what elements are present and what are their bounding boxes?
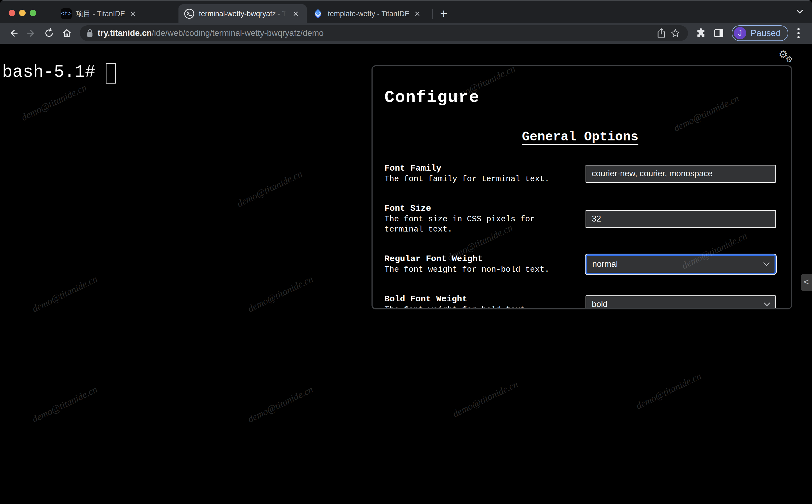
watermark-text: demo@titanide.cn: [235, 168, 304, 209]
tab-title-fade: [270, 7, 289, 20]
profile-status-label: Paused: [751, 28, 781, 38]
side-panel-icon[interactable]: [711, 26, 726, 41]
new-tab-button[interactable]: +: [436, 6, 451, 21]
regular-font-weight-select[interactable]: normal: [586, 254, 776, 274]
url-path: /ide/web/coding/terminal-wetty-bwqryafz/…: [152, 28, 324, 38]
avatar: J: [734, 27, 746, 39]
watermark-text: demo@titanide.cn: [246, 273, 315, 315]
profile-button[interactable]: J Paused: [732, 25, 788, 41]
font-family-input[interactable]: [586, 165, 776, 183]
settings-gears-icon[interactable]: ⚙ ⚙: [779, 49, 795, 65]
share-icon[interactable]: [655, 26, 668, 41]
field-label: Bold Font Weight: [384, 294, 560, 305]
close-tab-icon[interactable]: [129, 10, 136, 17]
forward-button[interactable]: [24, 26, 39, 41]
watermark-text: demo@titanide.cn: [634, 370, 703, 412]
chevron-down-icon: [763, 262, 770, 267]
form-row-font-family: Font Family The font family for terminal…: [384, 163, 776, 184]
tab-strip: <t> 项目 - TitanIDE terminal-wetty-bwqryaf…: [0, 0, 812, 23]
bookmark-star-icon[interactable]: [668, 26, 683, 41]
url-text: try.titanide.cn/ide/web/coding/terminal-…: [98, 28, 655, 38]
field-description: The font weight for non-bold text.: [384, 264, 560, 275]
select-value: normal: [592, 259, 618, 269]
terminal-prompt-line[interactable]: bash-5.1#: [2, 61, 116, 84]
tab-title: template-wetty - TitanIDE: [328, 10, 410, 18]
address-bar[interactable]: try.titanide.cn/ide/web/coding/terminal-…: [80, 25, 688, 41]
field-description: The font size in CSS pixels for terminal…: [384, 214, 560, 234]
lock-icon[interactable]: [86, 29, 93, 37]
form-row-font-size: Font Size The font size in CSS pixels fo…: [384, 203, 776, 234]
watermark-text: demo@titanide.cn: [246, 384, 315, 425]
form-row-regular-font-weight: Regular Font Weight The font weight for …: [384, 254, 776, 275]
svg-text:</>: </>: [316, 12, 320, 14]
close-tab-icon[interactable]: [292, 10, 299, 17]
url-domain: try.titanide.cn: [98, 28, 152, 38]
close-window-button[interactable]: [9, 10, 15, 16]
terminal-cursor: [106, 63, 116, 84]
tab-template-wetty[interactable]: </> template-wetty - TitanIDE: [307, 4, 430, 23]
watermark-text: demo@titanide.cn: [30, 384, 99, 425]
bold-font-weight-select[interactable]: bold: [586, 295, 776, 310]
field-description: The font family for terminal text.: [384, 174, 560, 184]
configure-panel: Configure General Options Font Family Th…: [371, 65, 792, 309]
layers-favicon-icon: </>: [312, 8, 324, 19]
chevron-down-icon: [763, 302, 771, 307]
field-label: Font Family: [384, 163, 560, 174]
options-form: Font Family The font family for terminal…: [384, 163, 776, 309]
browser-window: <t> 项目 - TitanIDE terminal-wetty-bwqryaf…: [0, 0, 812, 504]
back-button[interactable]: [6, 26, 21, 41]
form-row-bold-font-weight: Bold Font Weight The font weight for bol…: [384, 294, 776, 309]
close-tab-icon[interactable]: [414, 10, 421, 17]
browser-toolbar: try.titanide.cn/ide/web/coding/terminal-…: [0, 23, 812, 44]
panel-title: Configure: [384, 88, 776, 107]
tab-project-titanide[interactable]: <t> 项目 - TitanIDE: [56, 4, 178, 23]
watermark-text: demo@titanide.cn: [30, 273, 99, 315]
tab-divider: [432, 9, 433, 19]
reload-button[interactable]: [42, 26, 57, 41]
extensions-puzzle-icon[interactable]: [693, 26, 708, 41]
zoom-window-button[interactable]: [30, 10, 36, 16]
section-heading: General Options: [384, 130, 776, 144]
terminal-prompt: bash-5.1#: [2, 61, 95, 84]
chevron-left-icon: <: [804, 277, 809, 288]
terminal-favicon-icon: [184, 8, 195, 19]
tab-terminal-wetty[interactable]: terminal-wetty-bwqryafz - Tita: [178, 4, 307, 23]
terminal-page: bash-5.1# ⚙ ⚙ Configure General Options …: [0, 44, 812, 504]
field-label: Font Size: [384, 203, 560, 214]
tab-search-icon[interactable]: [795, 8, 804, 15]
watermark-text: demo@titanide.cn: [19, 82, 88, 123]
menu-kebab-icon[interactable]: [791, 26, 806, 41]
font-size-input[interactable]: [586, 210, 776, 228]
field-label: Regular Font Weight: [384, 254, 560, 264]
select-value: bold: [592, 299, 608, 309]
watermark-text: demo@titanide.cn: [451, 378, 520, 420]
window-controls: [9, 10, 36, 16]
collapse-sidebar-handle[interactable]: <: [801, 274, 812, 291]
home-button[interactable]: [59, 26, 74, 41]
field-description: The font weight for bold text.: [384, 305, 560, 309]
minimize-window-button[interactable]: [19, 10, 26, 16]
titanide-favicon-icon: <t>: [61, 8, 72, 19]
tab-title: 项目 - TitanIDE: [76, 9, 125, 19]
